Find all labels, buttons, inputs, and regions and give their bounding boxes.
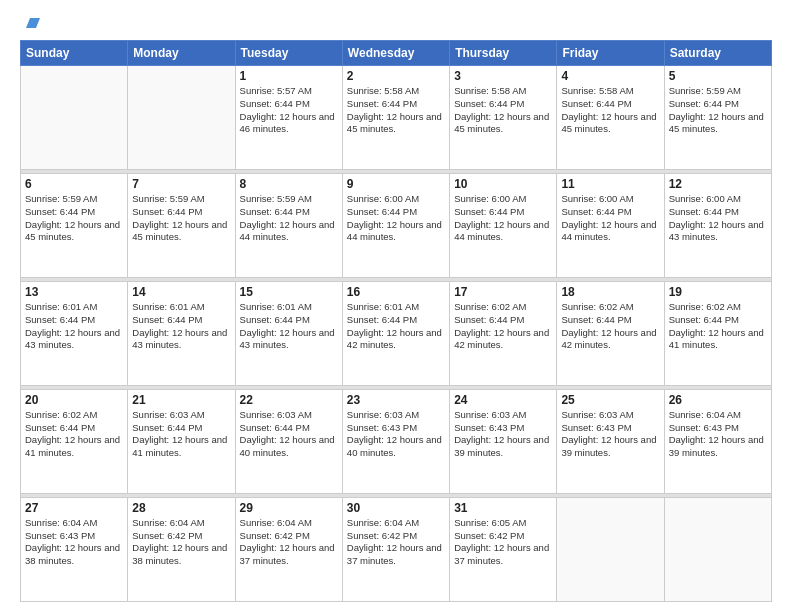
day-info: Sunrise: 6:03 AM Sunset: 6:43 PM Dayligh… [454, 409, 552, 460]
calendar-cell [664, 497, 771, 601]
calendar-cell: 28Sunrise: 6:04 AM Sunset: 6:42 PM Dayli… [128, 497, 235, 601]
day-number: 21 [132, 393, 230, 407]
calendar-cell: 15Sunrise: 6:01 AM Sunset: 6:44 PM Dayli… [235, 281, 342, 385]
day-number: 18 [561, 285, 659, 299]
day-info: Sunrise: 6:02 AM Sunset: 6:44 PM Dayligh… [454, 301, 552, 352]
day-number: 17 [454, 285, 552, 299]
day-number: 13 [25, 285, 123, 299]
day-number: 27 [25, 501, 123, 515]
day-info: Sunrise: 5:59 AM Sunset: 6:44 PM Dayligh… [240, 193, 338, 244]
day-number: 9 [347, 177, 445, 191]
calendar-day-header: Sunday [21, 41, 128, 66]
day-number: 15 [240, 285, 338, 299]
day-number: 7 [132, 177, 230, 191]
calendar-cell: 20Sunrise: 6:02 AM Sunset: 6:44 PM Dayli… [21, 389, 128, 493]
calendar-cell: 27Sunrise: 6:04 AM Sunset: 6:43 PM Dayli… [21, 497, 128, 601]
day-number: 24 [454, 393, 552, 407]
calendar-cell: 5Sunrise: 5:59 AM Sunset: 6:44 PM Daylig… [664, 66, 771, 170]
day-info: Sunrise: 5:59 AM Sunset: 6:44 PM Dayligh… [25, 193, 123, 244]
calendar-cell: 3Sunrise: 5:58 AM Sunset: 6:44 PM Daylig… [450, 66, 557, 170]
calendar-cell: 16Sunrise: 6:01 AM Sunset: 6:44 PM Dayli… [342, 281, 449, 385]
day-number: 30 [347, 501, 445, 515]
day-info: Sunrise: 5:58 AM Sunset: 6:44 PM Dayligh… [347, 85, 445, 136]
calendar-cell: 6Sunrise: 5:59 AM Sunset: 6:44 PM Daylig… [21, 173, 128, 277]
day-info: Sunrise: 5:59 AM Sunset: 6:44 PM Dayligh… [132, 193, 230, 244]
day-info: Sunrise: 6:04 AM Sunset: 6:43 PM Dayligh… [669, 409, 767, 460]
calendar-cell: 19Sunrise: 6:02 AM Sunset: 6:44 PM Dayli… [664, 281, 771, 385]
day-info: Sunrise: 6:04 AM Sunset: 6:42 PM Dayligh… [240, 517, 338, 568]
day-number: 5 [669, 69, 767, 83]
day-number: 10 [454, 177, 552, 191]
day-number: 28 [132, 501, 230, 515]
calendar-cell: 9Sunrise: 6:00 AM Sunset: 6:44 PM Daylig… [342, 173, 449, 277]
day-info: Sunrise: 5:57 AM Sunset: 6:44 PM Dayligh… [240, 85, 338, 136]
day-info: Sunrise: 5:59 AM Sunset: 6:44 PM Dayligh… [669, 85, 767, 136]
day-number: 20 [25, 393, 123, 407]
calendar-cell: 11Sunrise: 6:00 AM Sunset: 6:44 PM Dayli… [557, 173, 664, 277]
calendar-cell: 21Sunrise: 6:03 AM Sunset: 6:44 PM Dayli… [128, 389, 235, 493]
calendar-cell: 4Sunrise: 5:58 AM Sunset: 6:44 PM Daylig… [557, 66, 664, 170]
day-info: Sunrise: 6:03 AM Sunset: 6:44 PM Dayligh… [132, 409, 230, 460]
calendar-cell [557, 497, 664, 601]
calendar-cell [128, 66, 235, 170]
calendar-day-header: Monday [128, 41, 235, 66]
day-info: Sunrise: 6:03 AM Sunset: 6:44 PM Dayligh… [240, 409, 338, 460]
day-number: 11 [561, 177, 659, 191]
calendar-day-header: Wednesday [342, 41, 449, 66]
day-info: Sunrise: 6:01 AM Sunset: 6:44 PM Dayligh… [347, 301, 445, 352]
calendar-cell: 18Sunrise: 6:02 AM Sunset: 6:44 PM Dayli… [557, 281, 664, 385]
logo-icon [22, 14, 40, 32]
day-info: Sunrise: 5:58 AM Sunset: 6:44 PM Dayligh… [561, 85, 659, 136]
page: SundayMondayTuesdayWednesdayThursdayFrid… [0, 0, 792, 612]
calendar-cell [21, 66, 128, 170]
calendar-cell: 17Sunrise: 6:02 AM Sunset: 6:44 PM Dayli… [450, 281, 557, 385]
day-number: 8 [240, 177, 338, 191]
day-info: Sunrise: 6:02 AM Sunset: 6:44 PM Dayligh… [561, 301, 659, 352]
day-number: 4 [561, 69, 659, 83]
calendar-cell: 26Sunrise: 6:04 AM Sunset: 6:43 PM Dayli… [664, 389, 771, 493]
calendar-header-row: SundayMondayTuesdayWednesdayThursdayFrid… [21, 41, 772, 66]
calendar-day-header: Saturday [664, 41, 771, 66]
day-info: Sunrise: 6:04 AM Sunset: 6:42 PM Dayligh… [132, 517, 230, 568]
calendar-cell: 7Sunrise: 5:59 AM Sunset: 6:44 PM Daylig… [128, 173, 235, 277]
calendar-cell: 22Sunrise: 6:03 AM Sunset: 6:44 PM Dayli… [235, 389, 342, 493]
day-number: 23 [347, 393, 445, 407]
day-number: 29 [240, 501, 338, 515]
calendar-cell: 13Sunrise: 6:01 AM Sunset: 6:44 PM Dayli… [21, 281, 128, 385]
day-info: Sunrise: 6:00 AM Sunset: 6:44 PM Dayligh… [454, 193, 552, 244]
calendar-cell: 2Sunrise: 5:58 AM Sunset: 6:44 PM Daylig… [342, 66, 449, 170]
calendar-cell: 29Sunrise: 6:04 AM Sunset: 6:42 PM Dayli… [235, 497, 342, 601]
day-number: 6 [25, 177, 123, 191]
calendar-week-row: 1Sunrise: 5:57 AM Sunset: 6:44 PM Daylig… [21, 66, 772, 170]
calendar-cell: 1Sunrise: 5:57 AM Sunset: 6:44 PM Daylig… [235, 66, 342, 170]
calendar-cell: 8Sunrise: 5:59 AM Sunset: 6:44 PM Daylig… [235, 173, 342, 277]
calendar-cell: 30Sunrise: 6:04 AM Sunset: 6:42 PM Dayli… [342, 497, 449, 601]
calendar-week-row: 13Sunrise: 6:01 AM Sunset: 6:44 PM Dayli… [21, 281, 772, 385]
calendar-week-row: 27Sunrise: 6:04 AM Sunset: 6:43 PM Dayli… [21, 497, 772, 601]
calendar-cell: 14Sunrise: 6:01 AM Sunset: 6:44 PM Dayli… [128, 281, 235, 385]
day-number: 3 [454, 69, 552, 83]
calendar-day-header: Thursday [450, 41, 557, 66]
day-info: Sunrise: 6:02 AM Sunset: 6:44 PM Dayligh… [25, 409, 123, 460]
calendar-table: SundayMondayTuesdayWednesdayThursdayFrid… [20, 40, 772, 602]
calendar-cell: 23Sunrise: 6:03 AM Sunset: 6:43 PM Dayli… [342, 389, 449, 493]
day-number: 19 [669, 285, 767, 299]
day-number: 26 [669, 393, 767, 407]
svg-marker-0 [26, 18, 40, 28]
calendar-week-row: 20Sunrise: 6:02 AM Sunset: 6:44 PM Dayli… [21, 389, 772, 493]
calendar-week-row: 6Sunrise: 5:59 AM Sunset: 6:44 PM Daylig… [21, 173, 772, 277]
day-info: Sunrise: 6:02 AM Sunset: 6:44 PM Dayligh… [669, 301, 767, 352]
day-info: Sunrise: 6:00 AM Sunset: 6:44 PM Dayligh… [669, 193, 767, 244]
day-info: Sunrise: 6:00 AM Sunset: 6:44 PM Dayligh… [561, 193, 659, 244]
day-info: Sunrise: 6:04 AM Sunset: 6:43 PM Dayligh… [25, 517, 123, 568]
calendar-cell: 24Sunrise: 6:03 AM Sunset: 6:43 PM Dayli… [450, 389, 557, 493]
day-info: Sunrise: 6:01 AM Sunset: 6:44 PM Dayligh… [132, 301, 230, 352]
day-number: 1 [240, 69, 338, 83]
day-info: Sunrise: 6:01 AM Sunset: 6:44 PM Dayligh… [240, 301, 338, 352]
day-info: Sunrise: 6:03 AM Sunset: 6:43 PM Dayligh… [561, 409, 659, 460]
logo [20, 18, 40, 32]
calendar-cell: 12Sunrise: 6:00 AM Sunset: 6:44 PM Dayli… [664, 173, 771, 277]
day-info: Sunrise: 6:05 AM Sunset: 6:42 PM Dayligh… [454, 517, 552, 568]
day-number: 22 [240, 393, 338, 407]
calendar-cell: 31Sunrise: 6:05 AM Sunset: 6:42 PM Dayli… [450, 497, 557, 601]
